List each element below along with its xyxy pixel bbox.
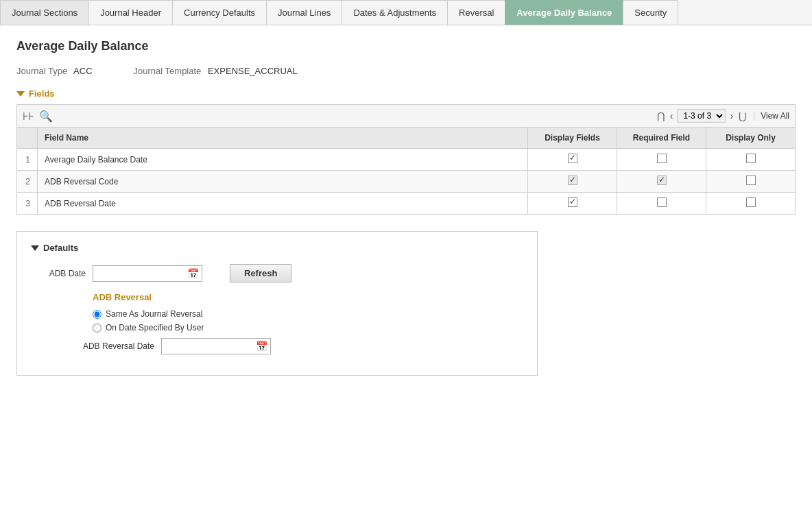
page-title: Average Daily Balance	[16, 39, 796, 53]
grid-icon[interactable]: ⊦⊦	[23, 110, 34, 123]
display-fields-cb[interactable]	[528, 149, 617, 171]
display-fields-cb[interactable]	[528, 193, 617, 215]
table-row: 3ADB Reversal Date	[17, 193, 796, 215]
display-fields-cb[interactable]	[528, 171, 617, 193]
pagination: ⋂ ‹ 1-3 of 3 › ⋃ | View All	[656, 109, 789, 123]
tab-currency-defaults[interactable]: Currency Defaults	[172, 0, 267, 25]
table-row: 2ADB Reversal Code	[17, 171, 796, 193]
radio-same-as-journal: Same As Journal Reversal	[93, 309, 523, 319]
tab-journal-header[interactable]: Journal Header	[88, 0, 173, 25]
tab-journal-lines[interactable]: Journal Lines	[266, 0, 342, 25]
display-only-cb[interactable]	[706, 193, 796, 215]
journal-template-item: Journal Template EXPENSE_ACCRUAL	[134, 66, 298, 76]
display-only-cb[interactable]	[706, 171, 796, 193]
tab-bar: Journal Sections Journal Header Currency…	[0, 0, 812, 25]
defaults-collapse-icon	[31, 245, 39, 251]
fields-section: Fields ⊦⊦ 🔍 ⋂ ‹ 1-3 of 3 › ⋃ | View All	[16, 88, 796, 215]
journal-template-label: Journal Template	[134, 66, 202, 76]
reversal-date-calendar-icon[interactable]: 📅	[256, 341, 267, 352]
adb-date-label: ADB Date	[31, 269, 86, 278]
meta-row: Journal Type ACC Journal Template EXPENS…	[16, 66, 796, 76]
last-page-btn[interactable]: ⋃	[737, 110, 748, 121]
adb-date-input-wrapper: 📅	[93, 265, 202, 282]
main-content: Average Daily Balance Journal Type ACC J…	[0, 25, 812, 389]
col-required-field: Required Field	[617, 128, 706, 149]
radio-same-as-journal-label: Same As Journal Reversal	[106, 309, 202, 319]
journal-type-value: ACC	[73, 66, 92, 76]
reversal-date-label: ADB Reversal Date	[31, 341, 154, 351]
col-field-name: Field Name	[38, 128, 528, 149]
required-field-cb[interactable]	[617, 193, 706, 215]
defaults-section-title: Defaults	[43, 243, 78, 253]
journal-type-label: Journal Type	[16, 66, 67, 76]
radio-on-date-specified: On Date Specified By User	[93, 323, 523, 332]
adb-date-calendar-icon[interactable]: 📅	[187, 268, 199, 279]
tab-journal-sections[interactable]: Journal Sections	[0, 0, 89, 25]
reversal-date-row: ADB Reversal Date 📅	[31, 338, 523, 354]
field-name-cell: ADB Reversal Code	[38, 171, 528, 193]
tab-average-daily-balance[interactable]: Average Daily Balance	[505, 0, 623, 25]
fields-section-title: Fields	[29, 88, 55, 99]
search-icon[interactable]: 🔍	[39, 110, 53, 123]
adb-reversal-title: ADB Reversal	[93, 292, 523, 302]
defaults-section: Defaults ADB Date 📅 Refresh ADB Reversal…	[16, 231, 538, 376]
tab-dates-adjustments[interactable]: Dates & Adjustments	[342, 0, 448, 25]
adb-date-row: ADB Date 📅 Refresh	[31, 264, 523, 282]
fields-collapse-icon	[16, 91, 25, 97]
fields-section-header[interactable]: Fields	[16, 88, 796, 99]
row-num: 3	[17, 193, 38, 215]
field-name-cell: Average Daily Balance Date	[38, 149, 528, 171]
radio-on-date-specified-input[interactable]	[93, 324, 102, 332]
prev-page-btn[interactable]: ‹	[669, 110, 675, 121]
required-field-cb[interactable]	[617, 171, 706, 193]
col-display-fields: Display Fields	[528, 128, 617, 149]
row-num: 1	[17, 149, 38, 171]
tab-reversal[interactable]: Reversal	[447, 0, 505, 25]
view-all-link[interactable]: View All	[761, 111, 789, 121]
journal-template-value: EXPENSE_ACCRUAL	[208, 66, 298, 76]
reversal-date-input-wrapper: 📅	[161, 338, 271, 354]
tab-security[interactable]: Security	[623, 0, 678, 25]
defaults-section-header[interactable]: Defaults	[31, 243, 523, 253]
table-toolbar: ⊦⊦ 🔍 ⋂ ‹ 1-3 of 3 › ⋃ | View All	[16, 104, 796, 127]
radio-same-as-journal-input[interactable]	[93, 310, 102, 319]
field-name-cell: ADB Reversal Date	[38, 193, 528, 215]
radio-on-date-specified-label: On Date Specified By User	[106, 323, 204, 332]
row-num: 2	[17, 171, 38, 193]
reversal-date-field[interactable]	[165, 341, 256, 351]
radio-group: Same As Journal Reversal On Date Specifi…	[93, 309, 523, 332]
next-page-btn[interactable]: ›	[728, 110, 735, 121]
first-page-btn[interactable]: ⋂	[656, 110, 666, 121]
required-field-cb[interactable]	[617, 149, 706, 171]
journal-type-item: Journal Type ACC	[16, 66, 93, 76]
adb-date-field[interactable]	[96, 269, 187, 278]
col-display-only: Display Only	[706, 128, 796, 149]
refresh-button[interactable]: Refresh	[230, 264, 291, 282]
col-num	[17, 128, 38, 149]
table-row: 1Average Daily Balance Date	[17, 149, 796, 171]
fields-table: Field Name Display Fields Required Field…	[16, 127, 796, 215]
display-only-cb[interactable]	[706, 149, 796, 171]
page-select[interactable]: 1-3 of 3	[677, 109, 726, 123]
